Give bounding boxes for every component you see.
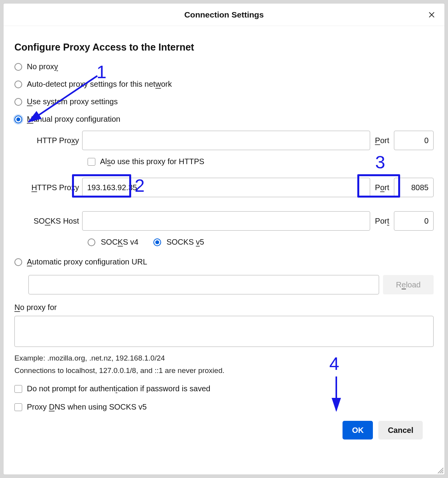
radio-manual[interactable]: Manual proxy configuration xyxy=(14,115,434,124)
dialog-titlebar: Connection Settings xyxy=(4,4,444,26)
socks-host-row: SOCKS Host Port xyxy=(28,211,434,231)
http-proxy-row: HTTP Proxy Port xyxy=(28,131,434,150)
reload-button[interactable]: Reload xyxy=(383,275,434,294)
radio-auto-url[interactable]: Automatic proxy configuration URL xyxy=(14,257,434,266)
port-label: Port xyxy=(373,217,391,226)
resize-grip-icon[interactable] xyxy=(437,467,444,474)
https-proxy-row: HTTPS Proxy Port xyxy=(28,178,434,197)
port-label: Port xyxy=(373,183,391,192)
localhost-note: Connections to localhost, 127.0.0.1/8, a… xyxy=(14,366,434,375)
check-no-auth-prompt[interactable]: Do not prompt for authentication if pass… xyxy=(14,384,434,393)
dialog-content: Configure Proxy Access to the Internet N… xyxy=(4,26,444,474)
section-heading: Configure Proxy Access to the Internet xyxy=(14,42,434,53)
https-proxy-port-input[interactable] xyxy=(394,178,434,197)
dialog-title: Connection Settings xyxy=(184,10,264,19)
radio-label: Use system proxy settings xyxy=(27,97,118,106)
radio-icon xyxy=(88,238,95,246)
https-proxy-label: HTTPS Proxy xyxy=(28,183,79,192)
radio-label: Manual proxy configuration xyxy=(27,115,120,124)
checkbox-label: Also use this proxy for HTTPS xyxy=(100,157,204,166)
https-proxy-host-input[interactable] xyxy=(82,178,370,197)
radio-label: Auto-detect proxy settings for this netw… xyxy=(27,80,172,89)
connection-settings-dialog: Connection Settings Configure Proxy Acce… xyxy=(3,3,445,475)
radio-icon xyxy=(153,238,161,246)
example-text: Example: .mozilla.org, .net.nz, 192.168.… xyxy=(14,354,434,362)
radio-icon xyxy=(14,63,22,71)
no-proxy-for-textarea[interactable] xyxy=(14,316,434,347)
radio-label: No proxy xyxy=(27,62,58,71)
radio-use-system[interactable]: Use system proxy settings xyxy=(14,97,434,106)
checkbox-icon xyxy=(14,385,22,393)
check-proxy-dns-socks5[interactable]: Proxy DNS when using SOCKS v5 xyxy=(14,403,434,411)
dialog-footer: OK Cancel xyxy=(14,421,434,447)
radio-auto-detect[interactable]: Auto-detect proxy settings for this netw… xyxy=(14,80,434,89)
radio-no-proxy[interactable]: No proxy xyxy=(14,62,434,71)
radio-icon xyxy=(14,116,22,123)
also-use-https-row[interactable]: Also use this proxy for HTTPS xyxy=(88,157,434,166)
close-icon xyxy=(428,11,436,19)
checkbox-icon xyxy=(14,403,22,411)
socks-host-input[interactable] xyxy=(82,211,370,231)
socks-host-label: SOCKS Host xyxy=(28,217,79,226)
radio-icon xyxy=(14,258,22,266)
radio-label: Automatic proxy configuration URL xyxy=(27,257,147,266)
http-proxy-host-input[interactable] xyxy=(82,131,370,150)
auto-config-url-input[interactable] xyxy=(28,275,379,294)
manual-proxy-group: HTTP Proxy Port Also use this proxy for … xyxy=(28,131,434,247)
port-label: Port xyxy=(373,136,391,145)
http-proxy-port-input[interactable] xyxy=(394,131,434,150)
http-proxy-label: HTTP Proxy xyxy=(28,136,79,145)
close-button[interactable] xyxy=(426,9,437,21)
radio-icon xyxy=(14,81,22,88)
cancel-button[interactable]: Cancel xyxy=(378,421,423,439)
checkbox-icon xyxy=(88,158,95,166)
no-proxy-for-label: No proxy for xyxy=(14,303,434,312)
socks-v4-option[interactable]: SOCKS v4 xyxy=(101,238,139,247)
radio-icon xyxy=(14,98,22,106)
checkbox-label: Do not prompt for authentication if pass… xyxy=(27,384,210,393)
socks-version-row: SOCKS v4 SOCKS v5 xyxy=(88,238,434,247)
socks-v5-option[interactable]: SOCKS v5 xyxy=(167,238,204,247)
socks-port-input[interactable] xyxy=(394,211,434,231)
ok-button[interactable]: OK xyxy=(343,421,373,439)
checkbox-label: Proxy DNS when using SOCKS v5 xyxy=(27,403,147,411)
